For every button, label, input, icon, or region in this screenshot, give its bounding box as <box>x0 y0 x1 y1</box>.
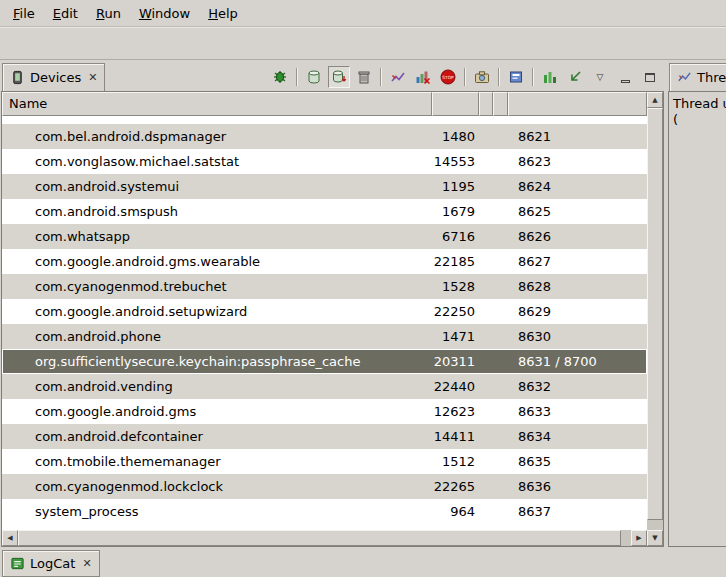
process-name: com.cyanogenmod.lockclock <box>2 479 432 494</box>
process-pid: 1471 <box>432 329 479 344</box>
table-row[interactable]: com.google.android.setupwizard 22250 862… <box>2 299 647 324</box>
system-info-icon[interactable] <box>505 66 527 88</box>
process-pid: 1679 <box>432 204 479 219</box>
table-row[interactable]: com.android.systemui 1195 8624 <box>2 174 647 199</box>
process-pid: 964 <box>432 504 479 519</box>
table-header: Name <box>2 92 647 116</box>
column-header-name[interactable]: Name <box>2 92 432 116</box>
close-icon[interactable]: ✕ <box>86 71 97 84</box>
vertical-scrollbar[interactable]: ▲ ▼ <box>647 92 663 546</box>
process-port: 8625 <box>508 204 647 219</box>
table-row[interactable]: com.tmobile.thememanager 1512 8635 <box>2 449 647 474</box>
table-row[interactable]: com.bel.android.dspmanager 1480 8621 <box>2 124 647 149</box>
process-port: 8636 <box>508 479 647 494</box>
dump-hprof-icon[interactable] <box>328 66 350 88</box>
scroll-right-icon[interactable]: ▶ <box>631 530 647 546</box>
update-heap-icon[interactable] <box>303 66 325 88</box>
cause-gc-icon[interactable] <box>353 66 375 88</box>
process-port: 8628 <box>508 279 647 294</box>
threads-content: Thread up ( <box>668 91 726 547</box>
method-profiling-icon[interactable] <box>412 66 434 88</box>
process-pid: 1528 <box>432 279 479 294</box>
process-port: 8631 / 8700 <box>508 354 647 369</box>
process-pid: 6716 <box>432 229 479 244</box>
column-header-port[interactable] <box>508 92 647 116</box>
stop-process-icon[interactable]: STOP <box>437 66 459 88</box>
process-name: com.google.android.gms.wearable <box>2 254 432 269</box>
menu-edit[interactable]: Edit <box>44 3 87 24</box>
threads-tabbar: Threads <box>668 62 726 91</box>
horizontal-scrollbar[interactable]: ◀ ▶ <box>2 530 647 546</box>
vertical-scrollbar-thumb[interactable] <box>647 108 663 520</box>
tab-devices-label: Devices <box>30 70 81 85</box>
process-name: com.android.phone <box>2 329 432 344</box>
process-port: 8627 <box>508 254 647 269</box>
tab-threads-label: Threads <box>697 70 726 85</box>
table-row[interactable]: com.cyanogenmod.lockclock 22265 8636 <box>2 474 647 499</box>
process-name: com.whatsapp <box>2 229 432 244</box>
devices-toolbar: STOP ▽ <box>269 65 661 89</box>
threads-panel: Threads Thread up ( <box>668 62 726 547</box>
tab-logcat-label: LogCat <box>30 556 75 571</box>
table-row[interactable]: com.android.phone 1471 8630 <box>2 324 647 349</box>
logcat-tab-icon <box>10 556 25 571</box>
tab-logcat[interactable]: LogCat ✕ <box>2 550 100 577</box>
process-port: 8626 <box>508 229 647 244</box>
process-name: com.bel.android.dspmanager <box>2 129 432 144</box>
process-name: system_process <box>2 504 432 519</box>
toolbar-separator <box>464 68 466 86</box>
bottom-bar: LogCat ✕ <box>0 549 726 577</box>
table-row[interactable]: com.cyanogenmod.trebuchet 1528 8628 <box>2 274 647 299</box>
process-port: 8634 <box>508 429 647 444</box>
process-port: 8630 <box>508 329 647 344</box>
table-row[interactable]: com.google.android.gms.wearable 22185 86… <box>2 249 647 274</box>
scroll-up-icon[interactable]: ▲ <box>647 92 663 108</box>
table-row[interactable]: com.android.vending 22440 8632 <box>2 374 647 399</box>
scroll-down-icon[interactable]: ▼ <box>647 530 663 546</box>
debug-process-icon[interactable] <box>269 66 291 88</box>
minimize-icon[interactable] <box>614 66 636 88</box>
update-threads-icon[interactable] <box>387 66 409 88</box>
tab-devices[interactable]: Devices ✕ <box>2 63 105 91</box>
process-port: 8632 <box>508 379 647 394</box>
process-port: 8623 <box>508 154 647 169</box>
process-name: com.tmobile.thememanager <box>2 454 432 469</box>
table-row[interactable]: com.android.defcontainer 14411 8634 <box>2 424 647 449</box>
process-pid: 12623 <box>432 404 479 419</box>
process-pid: 22185 <box>432 254 479 269</box>
menu-bar: File Edit Run Window Help <box>0 0 726 27</box>
process-port: 8629 <box>508 304 647 319</box>
process-name: com.android.smspush <box>2 204 432 219</box>
table-row[interactable]: system_process 964 8637 <box>2 499 647 524</box>
view-menu-icon[interactable]: ▽ <box>589 66 611 88</box>
threads-message-line2: ( <box>673 112 726 128</box>
menu-window[interactable]: Window <box>130 3 199 24</box>
column-header-pid[interactable] <box>432 92 479 116</box>
close-icon[interactable]: ✕ <box>80 557 91 570</box>
devices-panel: Devices ✕ STOP <box>1 62 664 547</box>
column-header-heap[interactable] <box>479 92 493 116</box>
tab-threads[interactable]: Threads <box>669 63 726 91</box>
table-row[interactable]: com.android.smspush 1679 8625 <box>2 199 647 224</box>
process-pid: 14411 <box>432 429 479 444</box>
process-port: 8637 <box>508 504 647 519</box>
screen-capture-icon[interactable] <box>471 66 493 88</box>
threads-message-line1: Thread up <box>673 96 726 112</box>
process-name: com.google.android.gms <box>2 404 432 419</box>
toolbar-separator <box>498 68 500 86</box>
column-header-threads[interactable] <box>493 92 508 116</box>
table-row[interactable]: com.vonglasow.michael.satstat 14553 8623 <box>2 149 647 174</box>
table-row[interactable]: com.whatsapp 6716 8626 <box>2 224 647 249</box>
table-row[interactable]: org.sufficientlysecure.keychain:passphra… <box>2 349 647 374</box>
menu-help[interactable]: Help <box>199 3 247 24</box>
process-pid: 22250 <box>432 304 479 319</box>
menu-file[interactable]: File <box>4 3 44 24</box>
maximize-icon[interactable] <box>639 66 661 88</box>
pull-arrow-icon[interactable] <box>564 66 586 88</box>
heap-bars-icon[interactable] <box>539 66 561 88</box>
process-pid: 1480 <box>432 129 479 144</box>
table-row[interactable]: com.google.android.gms 12623 8633 <box>2 399 647 424</box>
horizontal-scrollbar-thumb[interactable] <box>18 530 621 546</box>
menu-run[interactable]: Run <box>87 3 130 24</box>
scroll-left-icon[interactable]: ◀ <box>2 530 18 546</box>
